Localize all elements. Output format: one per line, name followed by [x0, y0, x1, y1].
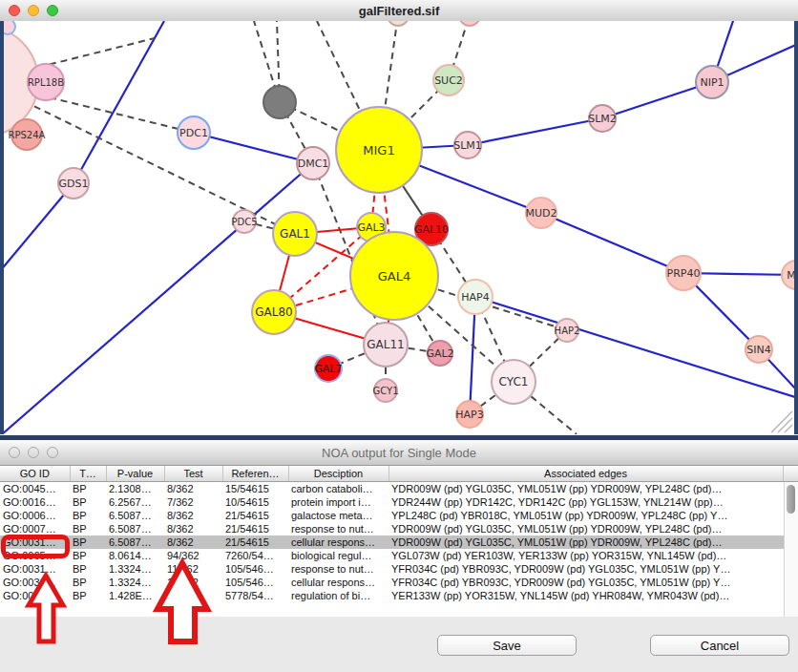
cell-type[interactable]: BP — [70, 509, 106, 522]
column-header[interactable] — [783, 466, 798, 482]
cell-type[interactable]: BP — [70, 549, 106, 562]
cell-description[interactable]: response to nut… — [288, 522, 388, 536]
graph-node-topcut2[interactable] — [459, 21, 480, 26]
table-row[interactable]: GO:0050…BP1.428E…80/3625778/54…regulatio… — [0, 589, 798, 602]
table-row[interactable]: GO:0007…BP6.5087…8/36221/54615response t… — [0, 522, 798, 536]
cell-go_id[interactable]: GO:0050… — [0, 589, 70, 602]
cell-edges[interactable]: YER133W (pp) YOR315W, YNL145W (pd) YHR08… — [388, 589, 783, 602]
network-canvas[interactable]: RPL18BRPS24AGDS1PDC1PDC5DMC1SUC2MIG1SLM1… — [0, 21, 798, 434]
close-button-inactive[interactable] — [9, 447, 20, 458]
cell-reference[interactable]: 21/54615 — [222, 522, 288, 536]
cell-go_id[interactable]: GO:0031… — [0, 576, 70, 589]
graph-node-grayNode[interactable] — [263, 86, 296, 118]
cell-description[interactable]: biological regul… — [288, 549, 388, 562]
cell-test[interactable]: 7/362 — [164, 495, 222, 509]
cell-type[interactable]: BP — [70, 522, 106, 536]
cell-type[interactable]: BP — [70, 536, 106, 549]
cell-test[interactable]: 11/362 — [164, 576, 222, 589]
cell-reference[interactable]: 10/54615 — [222, 495, 288, 509]
cell-reference[interactable]: 21/54615 — [222, 509, 288, 522]
column-header[interactable]: T… — [70, 466, 106, 482]
cell-description[interactable]: carbon cataboli… — [288, 482, 388, 496]
cell-p_value[interactable]: 2.1308… — [106, 482, 164, 496]
graph-node-label: SLM1 — [453, 139, 482, 152]
cell-go_id[interactable]: GO:0031… — [0, 562, 70, 576]
minimize-button-inactive[interactable] — [28, 447, 39, 458]
table-scrollbar[interactable] — [784, 482, 798, 617]
cell-edges[interactable]: YGL073W (pd) YER103W, YER133W (pp) YOR31… — [388, 549, 783, 562]
cell-description[interactable]: cellular respons… — [288, 576, 388, 589]
cell-go_id[interactable]: GO:0031… — [0, 536, 70, 549]
noa-window-titlebar[interactable]: NOA output for Single Mode — [0, 440, 798, 466]
column-header[interactable]: GO ID — [0, 466, 70, 482]
resize-grip-icon[interactable] — [766, 406, 794, 434]
column-header[interactable]: P-value — [106, 466, 164, 482]
column-header[interactable]: Desciption — [288, 466, 388, 482]
cell-p_value[interactable]: 6.5087… — [106, 536, 164, 549]
cell-edges[interactable]: YPL248C (pd) YBR018C, YML051W (pp) YDR00… — [388, 509, 783, 522]
cell-go_id[interactable]: GO:0065… — [0, 549, 70, 562]
cell-go_id[interactable]: GO:0007… — [0, 522, 70, 536]
table-row[interactable]: GO:0031…BP1.3324…11/362105/546…cellular … — [0, 576, 798, 589]
cell-test[interactable]: 8/362 — [164, 509, 222, 522]
cell-description[interactable]: galactose meta… — [288, 509, 388, 522]
cell-p_value[interactable]: 6.5087… — [106, 522, 164, 536]
cell-edges[interactable]: YFR034C (pd) YBR093C, YDR009W (pd) YGL03… — [388, 576, 783, 589]
cell-test[interactable]: 8/362 — [164, 482, 222, 496]
scrollbar-thumb[interactable] — [787, 485, 795, 514]
cell-p_value[interactable]: 6.2567… — [106, 495, 164, 509]
cancel-button[interactable]: Cancel — [650, 635, 789, 656]
cell-edges[interactable]: YDR244W (pp) YDR142C, YDR142C (pp) YGL15… — [388, 495, 783, 509]
cell-type[interactable]: BP — [70, 589, 106, 602]
cell-reference[interactable]: 15/54615 — [222, 482, 288, 496]
cell-description[interactable]: protein import i… — [288, 495, 388, 509]
column-header[interactable]: Test — [164, 466, 222, 482]
cell-edges[interactable]: YFR034C (pd) YBR093C, YDR009W (pd) YGL03… — [388, 562, 783, 576]
cell-p_value[interactable]: 6.5087… — [106, 509, 164, 522]
cell-p_value[interactable]: 1.3324… — [106, 576, 164, 589]
cell-reference[interactable]: 105/546… — [222, 576, 288, 589]
cell-edges[interactable]: YDR009W (pd) YGL035C, YML051W (pp) YDR00… — [388, 482, 783, 496]
cell-reference[interactable]: 21/54615 — [222, 536, 288, 549]
table-row[interactable]: GO:0065…BP8.0614…94/3627260/54…biologica… — [0, 549, 798, 562]
cell-reference[interactable]: 105/546… — [222, 562, 288, 576]
save-button[interactable]: Save — [437, 635, 577, 656]
graph-node-topcut1[interactable] — [388, 21, 409, 26]
cell-type[interactable]: BP — [70, 562, 106, 576]
table-row[interactable]: GO:0031…BP1.3324…11/362105/546…response … — [0, 562, 798, 576]
cell-p_value[interactable]: 8.0614… — [106, 549, 164, 562]
table-row[interactable]: GO:0031…BP6.5087…8/36221/54615cellular r… — [0, 536, 798, 549]
cell-description[interactable]: cellular respons… — [288, 536, 388, 549]
cell-test[interactable]: 11/362 — [164, 562, 222, 576]
cell-type[interactable]: BP — [70, 495, 106, 509]
cell-test[interactable]: 8/362 — [164, 522, 222, 536]
cell-p_value[interactable]: 1.428E… — [106, 589, 164, 602]
table-header-row[interactable]: GO IDT…P-valueTestReferen…DesciptionAsso… — [0, 466, 798, 482]
cell-test[interactable]: 94/362 — [164, 549, 222, 562]
column-header[interactable]: Associated edges — [388, 466, 783, 482]
table-row[interactable]: GO:0045…BP2.1308…8/36215/54615carbon cat… — [0, 482, 798, 496]
graph-node-label: GAL3 — [357, 221, 385, 234]
minimize-button[interactable] — [28, 5, 39, 16]
cell-p_value[interactable]: 1.3324… — [106, 562, 164, 576]
zoom-button[interactable] — [47, 5, 58, 16]
cell-type[interactable]: BP — [70, 482, 106, 496]
zoom-button-inactive[interactable] — [47, 447, 58, 458]
cell-go_id[interactable]: GO:0016… — [0, 495, 70, 509]
cell-description[interactable]: regulation of bi… — [288, 589, 388, 602]
table-row[interactable]: GO:0016…BP6.2567…7/36210/54615protein im… — [0, 495, 798, 509]
cell-go_id[interactable]: GO:0045… — [0, 482, 70, 496]
graph-window-titlebar[interactable]: galFiltered.sif — [0, 0, 798, 22]
table-row[interactable]: GO:0006…BP6.5087…8/36221/54615galactose … — [0, 509, 798, 522]
cell-description[interactable]: response to nut… — [288, 562, 388, 576]
close-button[interactable] — [9, 5, 20, 16]
column-header[interactable]: Referen… — [222, 466, 288, 482]
cell-reference[interactable]: 7260/54… — [222, 549, 288, 562]
cell-edges[interactable]: YDR009W (pd) YGL035C, YML051W (pp) YDR00… — [388, 536, 783, 549]
cell-type[interactable]: BP — [70, 576, 106, 589]
cell-test[interactable]: 8/362 — [164, 536, 222, 549]
cell-go_id[interactable]: GO:0006… — [0, 509, 70, 522]
cell-reference[interactable]: 5778/54… — [222, 589, 288, 602]
cell-edges[interactable]: YDR009W (pd) YGL035C, YML051W (pp) YDR00… — [388, 522, 783, 536]
cell-test[interactable]: 80/362 — [164, 589, 222, 602]
